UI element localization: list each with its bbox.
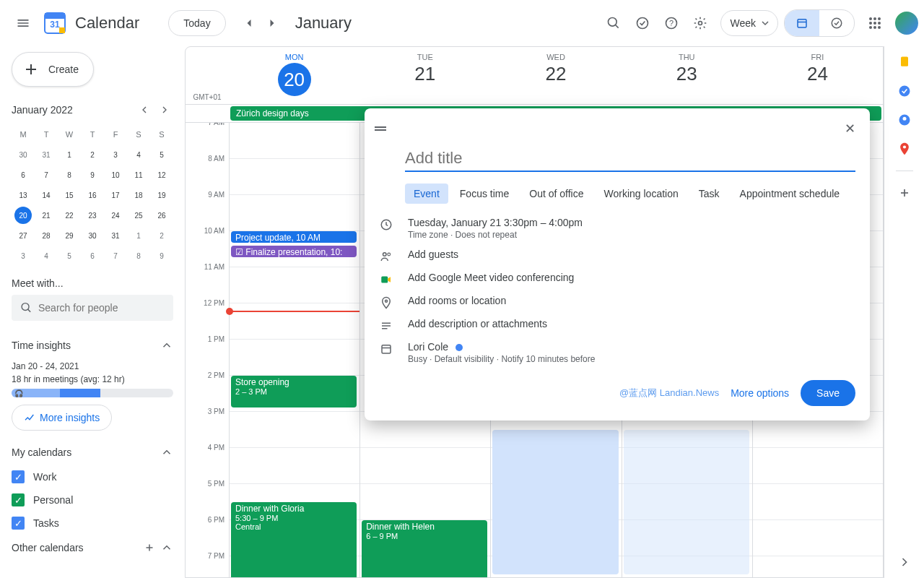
time-insights-header[interactable]: Time insights: [12, 332, 173, 358]
day-column-header[interactable]: FRI24: [752, 47, 883, 104]
checkbox-icon[interactable]: ✓: [12, 470, 25, 483]
organizer[interactable]: Lori Cole Busy · Default visibility · No…: [408, 341, 855, 364]
mini-day[interactable]: 28: [35, 225, 58, 246]
mini-day[interactable]: 11: [127, 165, 150, 185]
checkbox-icon[interactable]: ✓: [12, 517, 25, 530]
mini-calendar[interactable]: MTWTFSS303112345678910111213141516171819…: [12, 124, 173, 266]
mini-day[interactable]: 25: [127, 205, 150, 225]
mini-day[interactable]: 14: [35, 185, 58, 205]
mini-day[interactable]: 29: [58, 225, 81, 246]
mini-day[interactable]: 7: [104, 246, 127, 266]
today-button[interactable]: Today: [168, 10, 225, 36]
avatar[interactable]: [895, 12, 918, 35]
event[interactable]: Dinner with Helen6 – 9 PM: [362, 520, 487, 578]
add-addon-icon[interactable]: [897, 186, 912, 200]
mini-day[interactable]: 31: [35, 144, 58, 165]
day-column-header[interactable]: WED22: [490, 47, 621, 104]
add-meet[interactable]: Add Google Meet video conferencing: [408, 272, 855, 283]
mini-day[interactable]: 31: [104, 225, 127, 246]
calendar-item[interactable]: ✓Personal: [12, 488, 173, 512]
menu-icon[interactable]: [6, 6, 40, 40]
mini-day[interactable]: 24: [104, 205, 127, 225]
apps-icon[interactable]: [860, 9, 889, 38]
mini-day[interactable]: 1: [58, 144, 81, 165]
mini-next-button[interactable]: [156, 101, 173, 118]
mini-day[interactable]: 9: [150, 246, 173, 266]
calendar-view-button[interactable]: [785, 10, 819, 36]
mini-day[interactable]: 1: [127, 225, 150, 246]
create-button[interactable]: Create: [12, 52, 94, 87]
more-insights-button[interactable]: More insights: [12, 405, 112, 431]
mini-day[interactable]: 15: [58, 185, 81, 205]
mini-day[interactable]: 5: [58, 246, 81, 266]
day-column-header[interactable]: MON20: [229, 47, 359, 104]
add-location[interactable]: Add rooms or location: [408, 295, 855, 306]
mini-day[interactable]: 3: [104, 144, 127, 165]
mini-day[interactable]: 23: [81, 205, 104, 225]
mini-day[interactable]: 19: [150, 185, 173, 205]
mini-day[interactable]: 7: [35, 165, 58, 185]
calendar-item[interactable]: ✓Work: [12, 465, 173, 488]
mini-prev-button[interactable]: [136, 101, 153, 118]
tasks-view-button[interactable]: [819, 10, 854, 36]
mini-day[interactable]: 2: [150, 225, 173, 246]
mini-day[interactable]: 30: [12, 144, 35, 165]
event[interactable]: ☑ Finalize presentation, 10:: [231, 246, 357, 257]
other-calendars-header[interactable]: Other calendars: [12, 535, 173, 561]
contacts-icon[interactable]: [897, 113, 912, 127]
event[interactable]: Project update, 10 AM: [231, 231, 357, 243]
mini-day[interactable]: 20: [14, 207, 32, 224]
maps-icon[interactable]: [897, 142, 912, 156]
mini-day[interactable]: 17: [104, 185, 127, 205]
hide-panel-icon[interactable]: [897, 555, 912, 569]
event-type-tab[interactable]: Focus time: [451, 184, 518, 204]
mini-day[interactable]: 13: [12, 185, 35, 205]
event-type-tab[interactable]: Event: [405, 184, 448, 204]
view-selector[interactable]: Week: [720, 10, 778, 36]
mini-day[interactable]: 4: [35, 246, 58, 266]
event[interactable]: Dinner with Gloria5:30 – 9 PM Central: [231, 502, 357, 578]
event-type-tab[interactable]: Appointment schedule: [731, 184, 849, 204]
more-options-button[interactable]: More options: [731, 387, 789, 399]
save-button[interactable]: Save: [801, 380, 855, 406]
event-datetime[interactable]: Tuesday, January 21 3:30pm – 4:00pm Time…: [408, 217, 855, 240]
mini-day[interactable]: 12: [150, 165, 173, 185]
mini-day[interactable]: 3: [12, 246, 35, 266]
mini-day[interactable]: 8: [58, 165, 81, 185]
mini-day[interactable]: 10: [104, 165, 127, 185]
mini-day[interactable]: 27: [12, 225, 35, 246]
search-icon[interactable]: [599, 9, 628, 38]
close-icon[interactable]: ✕: [838, 117, 861, 140]
search-people-input[interactable]: [12, 295, 173, 321]
mini-day[interactable]: 16: [81, 185, 104, 205]
day-column-header[interactable]: THU23: [622, 47, 752, 104]
mini-day[interactable]: 21: [35, 205, 58, 225]
help-icon[interactable]: ?: [657, 9, 686, 38]
mini-day[interactable]: 5: [150, 144, 173, 165]
settings-icon[interactable]: [686, 9, 715, 38]
mini-day[interactable]: 6: [81, 246, 104, 266]
add-calendar-icon[interactable]: [143, 541, 156, 554]
event-title-input[interactable]: [405, 146, 855, 172]
mini-day[interactable]: 8: [127, 246, 150, 266]
mini-day[interactable]: 22: [58, 205, 81, 225]
event-type-tab[interactable]: Out of office: [520, 184, 592, 204]
mini-day[interactable]: 6: [12, 165, 35, 185]
day-column-header[interactable]: TUE21: [359, 47, 490, 104]
event-type-tab[interactable]: Task: [690, 184, 728, 204]
mini-day[interactable]: 18: [127, 185, 150, 205]
mini-day[interactable]: 2: [81, 144, 104, 165]
add-guests[interactable]: Add guests: [408, 249, 855, 260]
keep-icon[interactable]: [897, 55, 912, 69]
mini-day[interactable]: 26: [150, 205, 173, 225]
event[interactable]: Store opening2 – 3 PM: [231, 376, 357, 407]
next-week-button[interactable]: [261, 12, 284, 35]
calendar-item[interactable]: ✓Tasks: [12, 512, 173, 535]
add-description[interactable]: Add description or attachments: [408, 318, 855, 329]
mini-day[interactable]: 30: [81, 225, 104, 246]
my-calendars-header[interactable]: My calendars: [12, 439, 173, 465]
tasks-icon[interactable]: [897, 84, 912, 98]
prev-week-button[interactable]: [237, 12, 261, 35]
support-icon[interactable]: [628, 9, 657, 38]
mini-day[interactable]: 4: [127, 144, 150, 165]
